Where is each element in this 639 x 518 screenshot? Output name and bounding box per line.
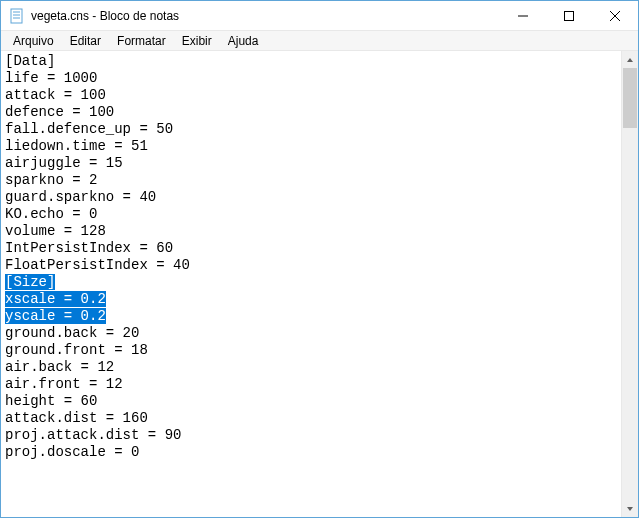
editor-area: [Data]life = 1000attack = 100defence = 1… (1, 51, 638, 517)
scroll-track[interactable] (622, 68, 638, 500)
menu-view[interactable]: Exibir (174, 32, 220, 50)
text-content[interactable]: [Data]life = 1000attack = 100defence = 1… (1, 51, 621, 517)
text-line: proj.attack.dist = 90 (5, 427, 617, 444)
svg-line-6 (610, 11, 620, 21)
window-title: vegeta.cns - Bloco de notas (31, 9, 500, 23)
text-line: xscale = 0.2 (5, 291, 617, 308)
vertical-scrollbar[interactable] (621, 51, 638, 517)
text-line: sparkno = 2 (5, 172, 617, 189)
scroll-up-button[interactable] (622, 51, 638, 68)
window-controls (500, 1, 638, 30)
maximize-button[interactable] (546, 1, 592, 30)
text-line: life = 1000 (5, 70, 617, 87)
text-line: airjuggle = 15 (5, 155, 617, 172)
text-line: fall.defence_up = 50 (5, 121, 617, 138)
menu-edit[interactable]: Editar (62, 32, 109, 50)
text-line: air.front = 12 (5, 376, 617, 393)
text-line: ground.front = 18 (5, 342, 617, 359)
svg-line-7 (610, 11, 620, 21)
text-line: yscale = 0.2 (5, 308, 617, 325)
svg-marker-8 (627, 58, 633, 62)
svg-rect-0 (11, 9, 22, 23)
text-line: defence = 100 (5, 104, 617, 121)
text-line: attack.dist = 160 (5, 410, 617, 427)
text-line: FloatPersistIndex = 40 (5, 257, 617, 274)
text-line: air.back = 12 (5, 359, 617, 376)
minimize-button[interactable] (500, 1, 546, 30)
text-line: IntPersistIndex = 60 (5, 240, 617, 257)
text-line: attack = 100 (5, 87, 617, 104)
menu-help[interactable]: Ajuda (220, 32, 267, 50)
text-line: KO.echo = 0 (5, 206, 617, 223)
menubar: Arquivo Editar Formatar Exibir Ajuda (1, 31, 638, 51)
text-line: liedown.time = 51 (5, 138, 617, 155)
notepad-window: vegeta.cns - Bloco de notas Arquivo Edit… (0, 0, 639, 518)
text-line: ground.back = 20 (5, 325, 617, 342)
close-button[interactable] (592, 1, 638, 30)
scroll-down-button[interactable] (622, 500, 638, 517)
svg-rect-5 (565, 11, 574, 20)
notepad-icon (9, 8, 25, 24)
titlebar[interactable]: vegeta.cns - Bloco de notas (1, 1, 638, 31)
text-line: volume = 128 (5, 223, 617, 240)
text-line: [Data] (5, 53, 617, 70)
text-line: guard.sparkno = 40 (5, 189, 617, 206)
menu-format[interactable]: Formatar (109, 32, 174, 50)
menu-file[interactable]: Arquivo (5, 32, 62, 50)
text-line: [Size] (5, 274, 617, 291)
text-line: height = 60 (5, 393, 617, 410)
scroll-thumb[interactable] (623, 68, 637, 128)
text-line: proj.doscale = 0 (5, 444, 617, 461)
svg-marker-9 (627, 507, 633, 511)
